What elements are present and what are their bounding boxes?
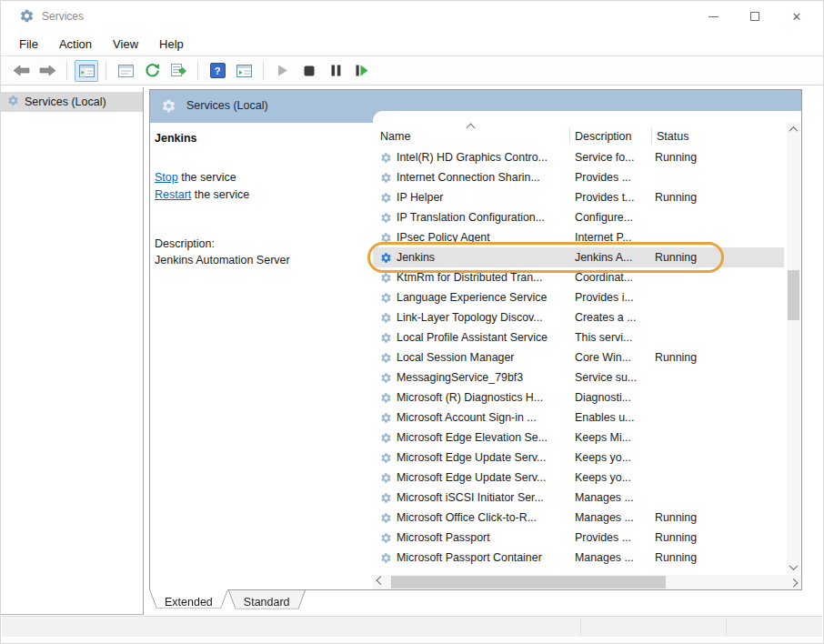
table-row[interactable]: Link-Layer Topology Discov...Creates a .… — [373, 307, 784, 327]
console-tree-icon — [79, 65, 95, 77]
column-header-description[interactable]: Description — [575, 130, 632, 143]
menu-action[interactable]: Action — [59, 37, 92, 51]
service-status: Running — [655, 511, 728, 524]
service-status: Running — [655, 151, 728, 164]
menu-view[interactable]: View — [113, 37, 138, 51]
service-description: Provides ... — [575, 171, 655, 184]
service-name: Intel(R) HD Graphics Contro... — [397, 151, 575, 164]
export-list-button[interactable] — [166, 60, 190, 82]
horizontal-scroll-thumb[interactable] — [391, 576, 666, 589]
service-rows: Intel(R) HD Graphics Contro...Service fo… — [373, 147, 784, 568]
main-panel: Services (Local) Jenkins Stop the servic… — [149, 89, 802, 590]
restart-service-link[interactable]: Restart — [155, 188, 191, 201]
stop-service-button[interactable] — [297, 60, 321, 82]
table-row[interactable]: Local Session ManagerCore Win...Running — [373, 347, 784, 367]
forward-button[interactable] — [35, 60, 59, 82]
table-row[interactable]: Microsoft Edge Update Serv...Keeps yo... — [373, 468, 784, 488]
toolbar-separator — [106, 62, 106, 80]
service-status: Running — [655, 351, 728, 364]
start-service-button[interactable] — [271, 60, 295, 82]
table-row[interactable]: Internet Connection Sharin...Provides ..… — [373, 167, 784, 187]
tree-item-services-local[interactable]: Services (Local) — [1, 92, 143, 112]
status-bar — [2, 616, 822, 637]
table-row[interactable]: Microsoft PassportProvides ...Running — [373, 528, 784, 548]
refresh-button[interactable] — [140, 60, 164, 82]
table-row[interactable]: IP HelperProvides t...Running — [373, 187, 784, 207]
service-name: Microsoft Edge Update Serv... — [397, 471, 575, 484]
gear-icon — [380, 232, 392, 244]
restart-service-line: Restart the service — [155, 186, 367, 204]
stop-service-suffix: the service — [178, 171, 236, 184]
menu-file[interactable]: File — [19, 37, 38, 51]
table-row[interactable]: Microsoft Office Click-to-R...Manages ..… — [373, 508, 784, 528]
toolbar: ? — [1, 55, 823, 86]
scroll-up-arrow[interactable] — [787, 123, 800, 136]
minimize-button[interactable] — [692, 1, 734, 32]
column-separator[interactable] — [569, 127, 570, 144]
tree-item-label: Services (Local) — [25, 96, 106, 108]
service-description: Enables u... — [575, 411, 655, 424]
column-separator[interactable] — [651, 127, 652, 144]
gear-icon — [161, 98, 176, 114]
properties-button[interactable] — [114, 60, 137, 82]
service-name: Microsoft Account Sign-in ... — [397, 411, 575, 424]
table-row[interactable]: MessagingService_79bf3Service su... — [373, 367, 784, 387]
table-row[interactable]: Microsoft Edge Update Serv...Keeps yo... — [373, 448, 784, 468]
table-row[interactable]: Intel(R) HD Graphics Contro...Service fo… — [373, 147, 784, 167]
restart-service-button[interactable] — [350, 60, 374, 82]
table-row[interactable]: IPsec Policy AgentInternet P... — [373, 227, 784, 247]
back-button[interactable] — [9, 60, 33, 82]
table-row[interactable]: JenkinsJenkins A...Running — [373, 247, 784, 267]
column-header-name[interactable]: Name — [380, 130, 410, 143]
service-name: KtmRm for Distributed Tran... — [397, 271, 575, 284]
table-row[interactable]: Microsoft Edge Elevation Se...Keeps Mi..… — [373, 428, 784, 448]
service-name: IPsec Policy Agent — [397, 231, 575, 244]
table-row[interactable]: KtmRm for Distributed Tran...Coordinat..… — [373, 267, 784, 287]
export-list-icon — [171, 64, 186, 77]
table-row[interactable]: Local Profile Assistant ServiceThis serv… — [373, 327, 784, 347]
vertical-scroll-thumb[interactable] — [788, 270, 799, 320]
service-status: Running — [655, 191, 728, 204]
service-name: Microsoft (R) Diagnostics H... — [397, 391, 575, 404]
gear-icon — [380, 412, 392, 424]
gear-icon — [380, 532, 392, 544]
scroll-right-arrow[interactable] — [787, 575, 800, 589]
gear-icon — [380, 352, 392, 364]
services-list-pane: Name Description Status Intel(R) HD Grap… — [373, 111, 801, 589]
horizontal-scrollbar[interactable] — [373, 575, 801, 589]
sort-ascending-icon — [467, 124, 476, 133]
tab-extended[interactable]: Extended — [149, 590, 228, 613]
gear-icon — [7, 95, 19, 106]
table-row[interactable]: IP Translation Configuration...Configure… — [373, 207, 784, 227]
scroll-left-arrow[interactable] — [374, 575, 387, 589]
gear-icon — [380, 252, 392, 264]
table-row[interactable]: Microsoft Passport ContainerManages ...R… — [373, 548, 784, 568]
back-arrow-icon — [13, 65, 30, 76]
maximize-button[interactable] — [734, 1, 776, 32]
show-console-tree-button[interactable] — [75, 60, 98, 82]
close-button[interactable]: ✕ — [776, 1, 818, 32]
tab-standard[interactable]: Standard — [228, 590, 306, 613]
column-header-status[interactable]: Status — [657, 130, 688, 143]
table-row[interactable]: Microsoft (R) Diagnostics H...Diagnosti.… — [373, 387, 784, 408]
vertical-scrollbar[interactable] — [787, 123, 800, 574]
service-name: Microsoft Passport — [397, 531, 575, 544]
service-description: Keeps Mi... — [575, 431, 655, 444]
table-row[interactable]: Microsoft iSCSI Initiator Ser...Manages … — [373, 488, 784, 508]
service-description: Diagnosti... — [575, 391, 655, 404]
help-button[interactable]: ? — [206, 60, 229, 82]
scroll-down-arrow[interactable] — [787, 560, 800, 574]
table-row[interactable]: Language Experience ServiceProvides i... — [373, 287, 784, 307]
service-description: Manages ... — [575, 491, 655, 504]
gear-icon — [380, 292, 392, 304]
service-description: Creates a ... — [575, 311, 655, 324]
show-action-pane-button[interactable] — [232, 60, 256, 82]
table-row[interactable]: Microsoft Account Sign-in ...Enables u..… — [373, 408, 784, 428]
service-description: Service su... — [575, 371, 655, 384]
menu-help[interactable]: Help — [159, 37, 184, 51]
service-status: Running — [655, 551, 728, 564]
pause-service-button[interactable] — [324, 60, 347, 82]
gear-icon — [380, 472, 392, 484]
stop-service-link[interactable]: Stop — [155, 171, 178, 184]
service-description: Provides i... — [575, 291, 655, 304]
